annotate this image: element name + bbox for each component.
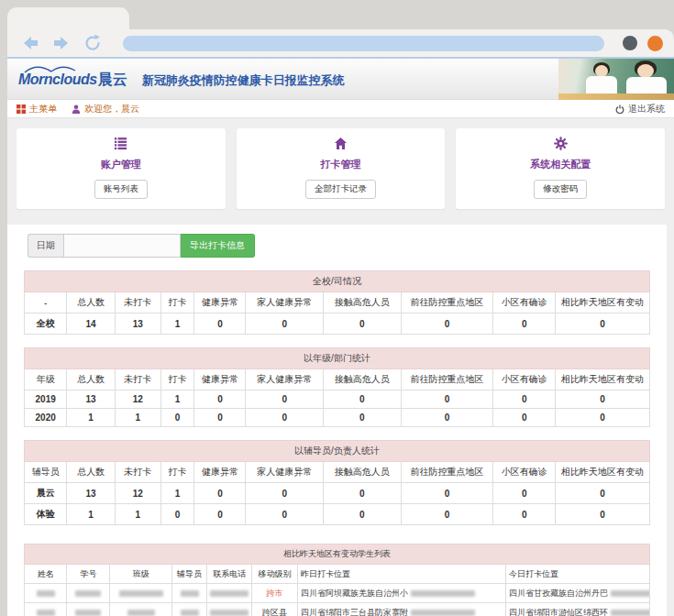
column-header: 接触高危人员	[323, 369, 401, 390]
students-photo	[558, 59, 674, 100]
table-cell: 0	[401, 504, 493, 525]
table-cell: 0	[194, 409, 246, 427]
redacted-value	[181, 590, 199, 597]
main-panel: 日期 导出打卡信息 全校/司情况-总人数未打卡打卡健康异常家人健康异常接触高危人…	[7, 225, 667, 616]
table-title-row: 以辅导员/负责人统计	[25, 441, 650, 462]
logout-link[interactable]: 退出系统	[615, 103, 665, 116]
table-row: 全校14131000000	[25, 314, 650, 335]
table-cell: 0	[555, 390, 649, 409]
user-icon	[72, 104, 81, 114]
table-row: 201913121000000	[25, 390, 650, 409]
table-cell: 13	[67, 390, 116, 409]
logo-text: Mornclouds	[18, 72, 97, 87]
table-cell: 13	[67, 483, 116, 504]
table-cell: 12	[115, 483, 160, 504]
menubar: 主菜单 欢迎您，晨云 退出系统	[7, 100, 674, 118]
browser-tab[interactable]	[7, 7, 129, 29]
main-menu-link[interactable]: 主菜单	[17, 103, 57, 116]
table-cell: 0	[555, 504, 649, 525]
column-header: 前往防控重点地区	[401, 292, 493, 314]
table-cell: 0	[555, 483, 649, 504]
table-cell: 1	[115, 504, 160, 525]
screenshot-stage: Mornclouds晨云 新冠肺炎疫情防控健康卡日报监控系统	[0, 0, 674, 616]
all-checkin-records-button[interactable]: 全部打卡记录	[305, 180, 376, 199]
card-checkin-management: 打卡管理 全部打卡记录	[237, 128, 446, 209]
redacted-cell	[207, 603, 252, 616]
table-cell: 0	[401, 314, 493, 335]
table-cell: 0	[401, 483, 493, 504]
redacted-value	[181, 610, 199, 616]
card-title: 系统相关配置	[456, 158, 665, 171]
table-cell: 1	[160, 314, 194, 335]
back-icon[interactable]	[20, 33, 40, 53]
table-cell: 1	[67, 504, 116, 525]
column-header: 健康异常	[194, 369, 246, 390]
tables-area: 全校/司情况-总人数未打卡打卡健康异常家人健康异常接触高危人员前往防控重点地区小…	[17, 270, 657, 616]
table-cell: 12	[115, 390, 160, 409]
column-header: 相比昨天地区有变动	[555, 369, 649, 390]
column-header: 相比昨天地区有变动	[555, 462, 649, 483]
column-header: 小区有确诊	[493, 292, 556, 314]
column-header: 家人健康异常	[246, 462, 324, 483]
table-cell: 体验	[25, 504, 67, 525]
table-cell: 0	[555, 409, 649, 427]
table-cell: 0	[246, 409, 324, 427]
today-location-cell: 四川省绵阳市游仙区绵西环	[506, 603, 650, 616]
table-cell: 0	[194, 390, 246, 409]
column-header: 移动级别	[252, 565, 298, 584]
table-cell: 0	[246, 483, 324, 504]
table-cell: 0	[401, 390, 493, 409]
today-location-cell: 四川省甘孜藏族自治州丹巴	[506, 584, 650, 603]
redacted-value	[210, 590, 249, 597]
table-title-row: 全校/司情况	[25, 271, 650, 292]
column-header: 家人健康异常	[246, 369, 324, 390]
address-bar[interactable]	[123, 36, 604, 51]
table-title-row: 相比昨天地区有变动学生列表	[25, 544, 650, 565]
table-row: 晨云13121000000	[25, 483, 650, 504]
card-title: 打卡管理	[237, 158, 446, 171]
column-header: 总人数	[67, 462, 116, 483]
table-cell: 0	[246, 504, 324, 525]
account-list-button[interactable]: 账号列表	[94, 180, 148, 199]
redacted-cell	[110, 603, 172, 616]
redacted-value	[411, 610, 475, 616]
date-input[interactable]	[63, 234, 181, 258]
export-checkin-button[interactable]: 导出打卡信息	[181, 234, 255, 258]
movement-level-cell: 跨市	[252, 584, 298, 603]
table-cell: 0	[323, 483, 401, 504]
table-row: 跨区县四川省绵阳市三台县防家寨附四川省绵阳市游仙区绵西环	[25, 603, 650, 616]
column-header: 昨日打卡位置	[298, 565, 506, 584]
logo-suffix: 晨云	[98, 72, 127, 87]
students-table: 相比昨天地区有变动学生列表姓名学号班级辅导员联系电话移动级别昨日打卡位置今日打卡…	[24, 544, 650, 616]
table-title-row: 以年级/部门统计	[25, 348, 650, 369]
table-cell: 2019	[25, 390, 67, 409]
table-cell: 1	[115, 409, 160, 427]
redacted-value	[75, 590, 101, 597]
change-password-button[interactable]: 修改密码	[534, 180, 587, 199]
date-filter-group: 日期 导出打卡信息	[28, 234, 255, 258]
column-header: 家人健康异常	[246, 292, 324, 314]
table-cell: 0	[246, 390, 324, 409]
column-header: 接触高危人员	[323, 462, 401, 483]
redacted-cell	[67, 584, 110, 603]
stats-table-0: 全校/司情况-总人数未打卡打卡健康异常家人健康异常接触高危人员前往防控重点地区小…	[24, 270, 650, 335]
logout-label: 退出系统	[628, 103, 665, 116]
yesterday-location-cell: 四川省绵阳市三台县防家寨附	[298, 603, 506, 616]
refresh-icon[interactable]	[83, 33, 103, 53]
table-row: 跨市四川省阿坝藏族羌族自治州小四川省甘孜藏族自治州丹巴	[25, 584, 650, 603]
column-header: 接触高危人员	[323, 292, 401, 314]
table-cell: 0	[160, 504, 194, 525]
main-menu-label: 主菜单	[29, 103, 57, 116]
redacted-cell	[25, 603, 67, 616]
redacted-value	[37, 610, 55, 616]
redacted-value	[611, 610, 649, 616]
column-header: 未打卡	[115, 292, 160, 314]
table-cell: 1	[160, 390, 194, 409]
table-cell: 0	[160, 409, 194, 427]
welcome-text: 欢迎您，晨云	[72, 103, 139, 116]
forward-icon[interactable]	[51, 33, 72, 53]
table-cell: 0	[493, 390, 556, 409]
stats-table-1: 以年级/部门统计年级总人数未打卡打卡健康异常家人健康异常接触高危人员前往防控重点…	[24, 347, 650, 427]
redacted-cell	[110, 584, 172, 603]
table-cell: 0	[194, 314, 246, 335]
